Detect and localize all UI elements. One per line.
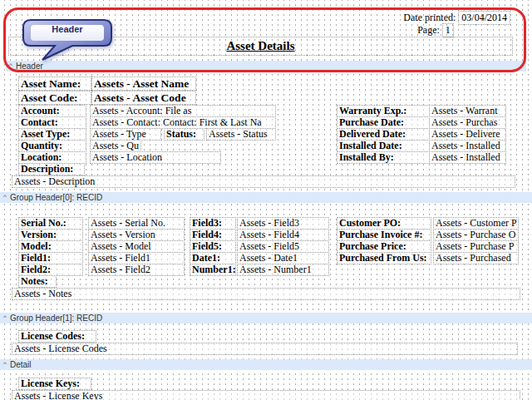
field-value[interactable]: Assets - Asset Name xyxy=(91,77,196,91)
field-value[interactable]: Assets - Field3 xyxy=(237,217,329,230)
field-label[interactable]: Field3: xyxy=(190,217,236,230)
field-label[interactable]: Purchased From Us: xyxy=(337,252,431,264)
page-label: Page: xyxy=(417,24,440,37)
field-value[interactable]: Assets - Field5 xyxy=(237,240,329,253)
page-number-field[interactable]: 1 xyxy=(442,23,454,37)
field-label[interactable]: Number1: xyxy=(190,264,236,276)
collapse-caret-icon[interactable]: ^ xyxy=(3,359,7,369)
field-label[interactable]: Purchase Date: xyxy=(337,116,430,129)
field-label[interactable]: Field4: xyxy=(190,229,236,241)
field-value[interactable]: Assets - Account: File as xyxy=(90,105,276,117)
field-value[interactable]: Assets - Date1 xyxy=(237,252,329,264)
field-label[interactable]: Asset Code: xyxy=(18,91,91,105)
section-bar-group-header-1[interactable]: ^ Group Header[1]: RECID xyxy=(0,313,532,323)
field-label[interactable]: Version: xyxy=(18,229,83,241)
report-title: Asset Details xyxy=(226,39,294,52)
field-label[interactable]: Installed By: xyxy=(337,151,430,164)
field-label[interactable]: Field1: xyxy=(18,252,83,264)
header-callout-label: Header xyxy=(22,24,112,34)
collapse-caret-icon[interactable]: ^ xyxy=(3,192,7,202)
field-value[interactable]: Assets - Installed xyxy=(429,140,506,152)
section-bar-detail-label: Detail xyxy=(10,360,32,369)
field-label[interactable]: Purchase Price: xyxy=(337,240,431,253)
field-value[interactable]: Assets - Purchas xyxy=(429,116,506,129)
field-value[interactable]: Assets - Serial No. xyxy=(88,217,185,230)
field-value[interactable]: Assets - Status xyxy=(206,128,276,141)
field-value[interactable]: Assets - Field2 xyxy=(88,264,185,276)
field-label[interactable]: Delivered Date: xyxy=(337,128,430,141)
field-value[interactable]: Assets - Asset Code xyxy=(91,91,196,105)
field-value[interactable]: Assets - Qu xyxy=(90,140,141,152)
field-label[interactable]: Warranty Exp.: xyxy=(337,105,430,117)
report-designer-canvas: Header Date printed: 03/04/2014 Page: 1 … xyxy=(0,0,532,400)
field-label[interactable]: Customer PO: xyxy=(337,217,431,230)
field-label[interactable]: Description: xyxy=(18,163,85,175)
field-value[interactable]: Assets - Installed xyxy=(429,151,506,164)
field-value[interactable]: Assets - Contact: Contact: First & Last … xyxy=(90,116,276,129)
header-callout: Header xyxy=(22,19,114,62)
field-label[interactable]: Date1: xyxy=(190,252,236,264)
field-label[interactable]: Status: xyxy=(164,128,204,141)
field-value[interactable]: Assets - Number1 xyxy=(237,264,329,276)
collapse-caret-icon[interactable]: ^ xyxy=(9,61,12,71)
field-value[interactable]: Assets - License Keys xyxy=(12,390,520,400)
field-value[interactable]: Assets - Warrant xyxy=(429,105,506,117)
field-label[interactable]: License Codes: xyxy=(18,330,96,343)
field-value[interactable]: Assets - Type xyxy=(90,128,161,141)
field-label[interactable]: Installed Date: xyxy=(337,140,430,152)
field-value[interactable]: Assets - Customer P xyxy=(433,217,519,230)
field-label[interactable]: Purchase Invoice #: xyxy=(337,229,431,241)
field-label[interactable]: Field5: xyxy=(190,240,236,253)
field-value[interactable]: Assets - Purchase P xyxy=(433,240,519,253)
field-label[interactable]: Model: xyxy=(18,240,83,253)
field-label[interactable]: Location: xyxy=(18,151,86,164)
field-value[interactable]: Assets - Field1 xyxy=(88,252,185,264)
page-number-row: Page: 1 xyxy=(361,23,510,37)
field-value[interactable]: Assets - Notes xyxy=(12,288,520,300)
field-label[interactable]: Notes: xyxy=(18,275,57,288)
section-bar-group-header-0[interactable]: ^ Group Header[0]: RECID xyxy=(0,192,532,203)
section-bar-group0-label: Group Header[0]: RECID xyxy=(10,193,102,202)
field-value[interactable]: Assets - Purchase O xyxy=(433,229,519,241)
field-label[interactable]: Field2: xyxy=(18,264,83,276)
field-label[interactable]: License Keys: xyxy=(18,378,91,390)
field-value[interactable]: Assets - Description xyxy=(12,175,515,188)
section-bar-header-label: Header xyxy=(16,62,43,71)
date-printed-label: Date printed: xyxy=(403,12,456,24)
field-label[interactable]: Serial No.: xyxy=(18,217,83,230)
field-value[interactable]: Assets - Version xyxy=(88,229,185,241)
field-value[interactable]: Assets - Model xyxy=(88,240,185,253)
field-value[interactable]: Assets - Location xyxy=(90,151,221,164)
field-label[interactable]: Quantity: xyxy=(18,140,86,152)
field-value[interactable]: Assets - Purchased xyxy=(433,252,519,264)
field-value[interactable]: Assets - License Codes xyxy=(12,343,518,355)
section-bar-group1-label: Group Header[1]: RECID xyxy=(10,314,102,323)
field-label[interactable]: Account: xyxy=(18,105,86,117)
field-label[interactable]: Asset Name: xyxy=(18,77,91,91)
field-label[interactable]: Asset Type: xyxy=(18,128,86,141)
field-value[interactable]: Assets - Field4 xyxy=(237,229,329,241)
section-bar-detail[interactable]: ^ Detail xyxy=(0,359,532,370)
field-value[interactable]: Assets - Delivere xyxy=(429,128,506,141)
collapse-caret-icon[interactable]: ^ xyxy=(3,313,7,323)
field-label[interactable]: Contact: xyxy=(18,116,86,129)
